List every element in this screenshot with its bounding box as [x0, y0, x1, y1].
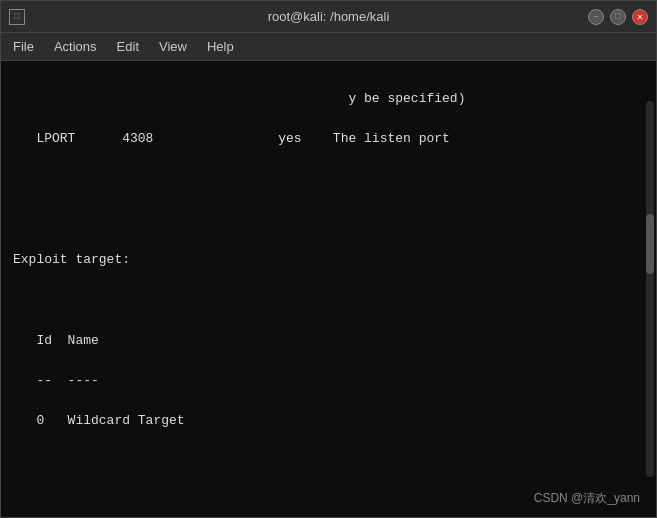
watermark: CSDN @清欢_yann — [534, 490, 640, 507]
minimize-button[interactable]: – — [588, 9, 604, 25]
menu-view[interactable]: View — [151, 37, 195, 56]
menu-file[interactable]: File — [5, 37, 42, 56]
terminal-window: □ root@kali: /home/kali – □ ✕ File Actio… — [0, 0, 657, 518]
terminal-line — [13, 170, 644, 190]
maximize-button[interactable]: □ — [610, 9, 626, 25]
terminal-line: 0 Wildcard Target — [13, 411, 644, 431]
menubar: File Actions Edit View Help — [1, 33, 656, 61]
menu-actions[interactable]: Actions — [46, 37, 105, 56]
titlebar: □ root@kali: /home/kali – □ ✕ — [1, 1, 656, 33]
scrollbar[interactable] — [646, 101, 654, 477]
titlebar-controls: – □ ✕ — [588, 9, 648, 25]
terminal-line: -- ---- — [13, 371, 644, 391]
terminal-body[interactable]: y be specified) LPORT 4308 yes The liste… — [1, 61, 656, 517]
titlebar-left: □ — [9, 9, 25, 25]
terminal-line — [13, 452, 644, 472]
terminal-output: y be specified) LPORT 4308 yes The liste… — [13, 69, 644, 517]
menu-help[interactable]: Help — [199, 37, 242, 56]
terminal-line: Exploit target: — [13, 250, 644, 270]
terminal-line: Id Name — [13, 331, 644, 351]
terminal-line: LPORT 4308 yes The listen port — [13, 129, 644, 149]
window-title: root@kali: /home/kali — [268, 9, 390, 24]
terminal-line: y be specified) — [13, 89, 644, 109]
menu-edit[interactable]: Edit — [109, 37, 147, 56]
window-icon: □ — [9, 9, 25, 25]
close-button[interactable]: ✕ — [632, 9, 648, 25]
scrollbar-thumb[interactable] — [646, 214, 654, 274]
terminal-line — [13, 210, 644, 230]
terminal-line — [13, 291, 644, 311]
